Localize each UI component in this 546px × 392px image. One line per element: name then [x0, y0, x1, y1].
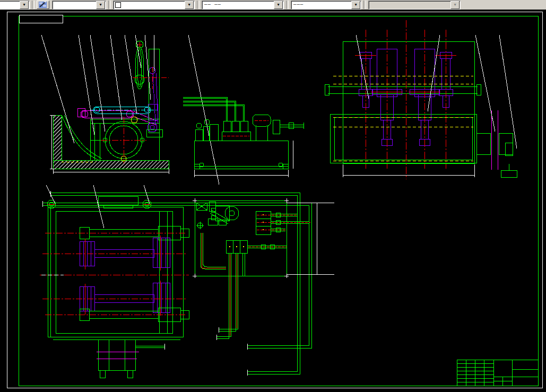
chevron-down-icon[interactable]: ▼	[185, 1, 194, 9]
toolbar-separator	[286, 1, 289, 9]
layer-pencil-icon	[39, 1, 47, 8]
top-toolbar: ▼ ▼ ▼ —— —— ▼ ——— ▼ ▼	[0, 0, 546, 10]
sheet-border	[7, 12, 542, 388]
text-style-combo[interactable]: ▼	[52, 1, 106, 10]
color-combo[interactable]: ▼	[113, 1, 195, 10]
linetype-combo[interactable]: —— —— ▼	[202, 1, 284, 10]
view-front-elevation	[41, 35, 219, 185]
view-hydraulic-elevation	[183, 97, 304, 177]
layer-combo-partial[interactable]: ▼	[0, 1, 30, 10]
color-swatch	[115, 2, 121, 8]
chevron-down-icon[interactable]: ▼	[274, 1, 283, 9]
linetype-sample: —— ——	[202, 2, 223, 7]
chevron-down-icon: ▼	[450, 1, 460, 9]
chevron-down-icon[interactable]: ▼	[351, 1, 360, 9]
drawing-canvas[interactable]	[0, 10, 546, 392]
chevron-down-icon[interactable]: ▼	[20, 1, 29, 9]
title-block	[457, 360, 538, 386]
cad-application-window: { "toolbar": { "partial_fragment": "o", …	[0, 0, 546, 392]
view-hydraulic-plan	[193, 198, 334, 340]
make-layer-current-button[interactable]	[37, 1, 49, 9]
toolbar-separator	[363, 1, 366, 9]
chevron-down-icon[interactable]: ▼	[96, 1, 105, 9]
toolbar-separator	[32, 1, 34, 9]
plot-style-combo: ▼	[368, 1, 461, 10]
toolbar-separator	[108, 1, 111, 9]
lineweight-sample: ———	[291, 2, 306, 7]
view-plan-top	[325, 20, 517, 179]
lineweight-combo[interactable]: ——— ▼	[291, 1, 361, 10]
toolbar-separator	[197, 1, 200, 9]
